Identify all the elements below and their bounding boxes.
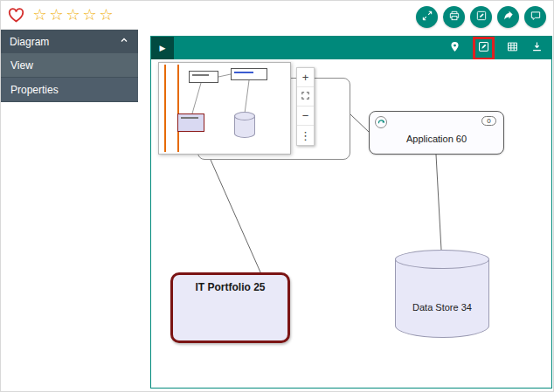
sidebar-item-label: Properties (10, 84, 59, 96)
sidebar-item-view[interactable]: View (1, 53, 138, 78)
download-button[interactable] (530, 40, 544, 57)
edit-icon (475, 10, 488, 25)
node-badge: 0 (481, 116, 496, 126)
diagram-panel: ▶ (150, 36, 552, 389)
application-type-icon (375, 116, 387, 128)
favorite-heart-icon[interactable] (8, 8, 24, 23)
share-button[interactable] (497, 6, 519, 28)
comment-button[interactable] (524, 6, 546, 28)
diagram-panel-header: ▶ (151, 37, 551, 59)
location-pin-button[interactable] (448, 40, 461, 57)
diagram-canvas[interactable]: + − ⋮ 0 Application 60 IT Portfoli (151, 59, 551, 388)
minimap-node (189, 71, 218, 83)
zoom-in-button[interactable]: + (297, 68, 314, 87)
share-icon (502, 10, 515, 25)
print-button[interactable] (443, 6, 465, 28)
favorites-bar: ☆ ☆ ☆ ☆ ☆ (1, 1, 138, 30)
sidebar-section-label: Diagram (10, 36, 49, 48)
fullscreen-button[interactable] (416, 6, 438, 28)
node-data-store-34[interactable]: Data Store 34 (395, 258, 489, 338)
edit-highlight-box (473, 37, 495, 60)
star-rating: ☆ ☆ ☆ ☆ ☆ (31, 7, 114, 23)
printer-icon (448, 10, 461, 25)
star-icon[interactable]: ☆ (98, 7, 114, 23)
play-icon: ▶ (160, 44, 166, 52)
run-button[interactable]: ▶ (151, 37, 174, 59)
minimap-overlay[interactable] (158, 62, 291, 155)
minimap-datastore-node (234, 115, 255, 138)
node-label: IT Portfolio 25 (173, 281, 287, 293)
node-label: Application 60 (370, 134, 503, 144)
zoom-controls: + − ⋮ (296, 67, 315, 146)
download-icon (530, 40, 544, 57)
fit-screen-icon (301, 90, 310, 103)
edit-button[interactable] (470, 6, 492, 28)
comment-icon (530, 10, 542, 25)
sidebar-item-properties[interactable]: Properties (1, 78, 138, 102)
zoom-out-button[interactable]: − (297, 107, 314, 126)
sidebar-item-label: View (10, 59, 33, 72)
grid-icon (506, 40, 519, 57)
star-icon[interactable]: ☆ (65, 7, 81, 23)
top-toolbar (416, 6, 546, 28)
minimap-connectors (159, 63, 292, 155)
star-icon[interactable]: ☆ (48, 7, 65, 23)
chevron-up-icon (119, 35, 129, 48)
edit-icon (477, 40, 490, 57)
app-window: ☆ ☆ ☆ ☆ ☆ Diagram View Properties (0, 0, 554, 392)
location-pin-icon (448, 40, 461, 57)
minimap-portfolio-node (177, 113, 204, 132)
fit-screen-button[interactable] (297, 87, 314, 107)
panel-header-icons (448, 37, 551, 60)
minimap-node (231, 68, 267, 80)
star-icon[interactable]: ☆ (31, 7, 48, 23)
expand-icon (421, 10, 433, 25)
more-options-button[interactable]: ⋮ (297, 126, 314, 145)
node-it-portfolio-25[interactable]: IT Portfolio 25 (170, 272, 290, 343)
node-application-60[interactable]: 0 Application 60 (369, 111, 504, 155)
node-label: Data Store 34 (396, 302, 488, 313)
sidebar-section-diagram[interactable]: Diagram (1, 30, 138, 53)
panel-edit-button[interactable] (477, 40, 490, 57)
grid-view-button[interactable] (506, 40, 519, 57)
sidebar: ☆ ☆ ☆ ☆ ☆ Diagram View Properties (1, 1, 138, 102)
star-icon[interactable]: ☆ (81, 7, 98, 23)
